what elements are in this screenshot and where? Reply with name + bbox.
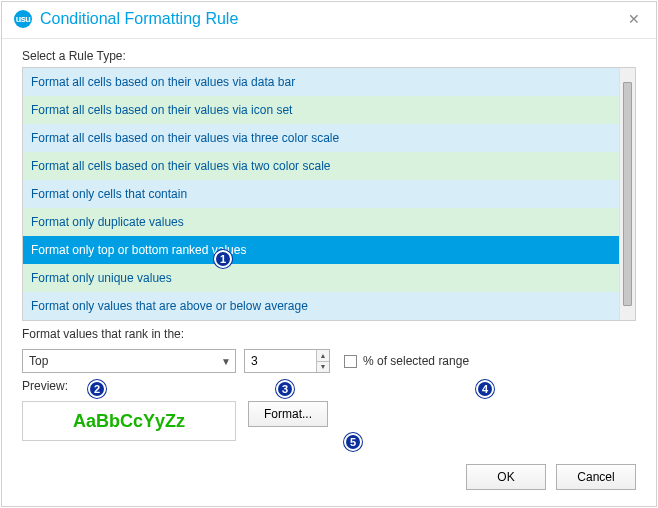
spinner-up-icon[interactable]: ▲: [317, 350, 329, 362]
scrollbar[interactable]: [619, 68, 635, 320]
rule-type-option[interactable]: Format all cells based on their values v…: [23, 68, 619, 96]
format-button[interactable]: Format...: [248, 401, 328, 427]
rule-type-option[interactable]: Format only unique values: [23, 264, 619, 292]
percent-of-range-checkbox[interactable]: % of selected range: [344, 354, 469, 368]
percent-of-range-label: % of selected range: [363, 354, 469, 368]
preview-sample-text: AaBbCcYyZz: [73, 411, 185, 432]
rule-type-option[interactable]: Format all cells based on their values v…: [23, 96, 619, 124]
rank-label: Format values that rank in the:: [22, 327, 636, 341]
cancel-button[interactable]: Cancel: [556, 464, 636, 490]
app-icon: usu: [14, 10, 32, 28]
rule-type-option-selected[interactable]: Format only top or bottom ranked values: [23, 236, 619, 264]
chevron-down-icon: ▼: [221, 356, 231, 367]
rule-type-option[interactable]: Format all cells based on their values v…: [23, 124, 619, 152]
preview-box: AaBbCcYyZz: [22, 401, 236, 441]
rule-type-option[interactable]: Format only cells that contain: [23, 180, 619, 208]
rank-direction-combo[interactable]: Top ▼: [22, 349, 236, 373]
rank-direction-value: Top: [29, 354, 48, 368]
conditional-formatting-dialog: usu Conditional Formatting Rule ✕ Select…: [1, 1, 657, 507]
titlebar: usu Conditional Formatting Rule ✕: [2, 2, 656, 39]
rule-type-option[interactable]: Format only values that are above or bel…: [23, 292, 619, 320]
rule-type-label: Select a Rule Type:: [22, 49, 636, 63]
rule-type-option[interactable]: Format all cells based on their values v…: [23, 152, 619, 180]
close-icon[interactable]: ✕: [624, 10, 644, 28]
scrollbar-thumb[interactable]: [623, 82, 632, 306]
dialog-footer: OK Cancel: [2, 452, 656, 506]
preview-label: Preview:: [22, 379, 636, 393]
rule-type-option[interactable]: Format only duplicate values: [23, 208, 619, 236]
dialog-title: Conditional Formatting Rule: [40, 10, 616, 28]
rule-type-list: Format all cells based on their values v…: [22, 67, 636, 321]
rank-count-spinner[interactable]: ▲ ▼: [244, 349, 330, 373]
checkbox-box[interactable]: [344, 355, 357, 368]
ok-button[interactable]: OK: [466, 464, 546, 490]
rank-count-input[interactable]: [245, 350, 316, 372]
spinner-down-icon[interactable]: ▼: [317, 362, 329, 373]
